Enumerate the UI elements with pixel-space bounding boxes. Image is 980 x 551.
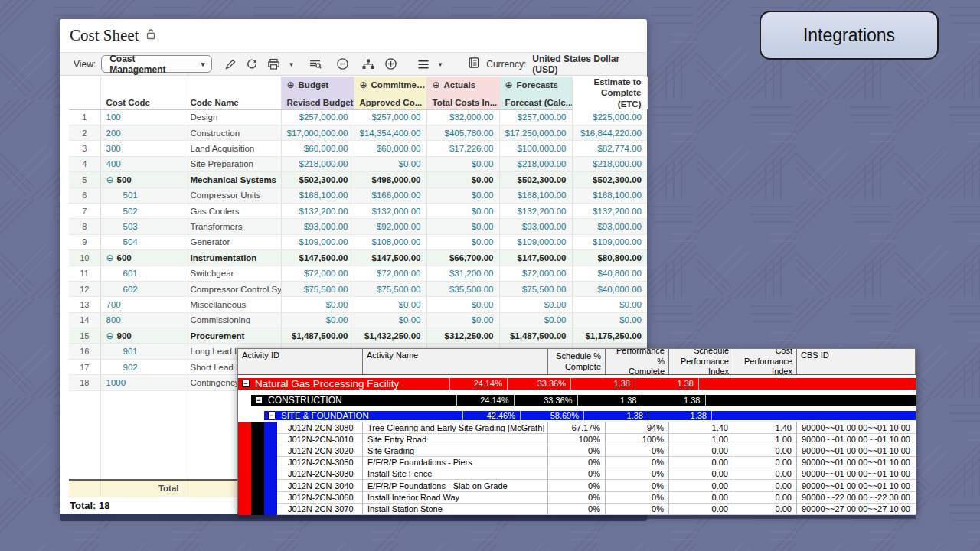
activity-id-cell[interactable]: J012N-2CN-3050 (277, 457, 363, 468)
cost-value-cell[interactable]: $17,226.00 (426, 141, 499, 156)
activity-cbs-cell[interactable]: 90000~~01 00 00~~01 10 00 (797, 457, 916, 468)
cost-value-cell[interactable]: $132,200.00 (499, 203, 572, 218)
activity-value-cell[interactable]: 100% (606, 434, 669, 445)
cost-value-cell[interactable]: $0.00 (354, 156, 426, 171)
cost-code-cell[interactable]: 400 (100, 156, 185, 171)
cost-value-cell[interactable]: $1,432,250.00 (354, 328, 426, 344)
cost-value-cell[interactable]: $100,000.00 (499, 141, 572, 156)
cost-value-cell[interactable]: $35,500.00 (426, 281, 499, 296)
cost-value-cell[interactable]: $132,000.00 (354, 203, 426, 218)
wbs-group-row[interactable]: −CONSTRUCTION24.14%33.36%1.381.38 (238, 392, 916, 408)
cost-value-cell[interactable]: $132,200.00 (572, 203, 647, 218)
activity-value-cell[interactable]: 0.00 (733, 457, 797, 468)
activity-value-cell[interactable]: 0.00 (733, 468, 797, 480)
activity-cbs-cell[interactable]: 90000~~01 00 00~~01 10 00 (797, 434, 916, 445)
code-name-cell[interactable]: Construction (185, 126, 281, 141)
cost-value-cell[interactable]: $168,100.00 (499, 187, 572, 203)
activity-value-cell[interactable]: 0% (606, 445, 669, 457)
collapse-row-icon[interactable]: ⊖ (106, 331, 114, 341)
code-name-cell[interactable]: Gas Coolers (185, 203, 281, 218)
cost-code-cell[interactable]: 1000 (100, 375, 185, 390)
collapse-all-button[interactable] (332, 55, 354, 73)
activity-value-cell[interactable]: 0.00 (669, 457, 733, 468)
code-name-cell[interactable]: Site Preparation (185, 156, 281, 171)
cost-value-cell[interactable]: $17,000,000.00 (281, 126, 354, 141)
cost-code-cell[interactable]: 300 (100, 141, 185, 156)
cost-value-cell[interactable]: $218,000.00 (281, 156, 354, 171)
column-group-commitments[interactable]: ⊕Commitme… (354, 77, 426, 93)
cost-value-cell[interactable]: $1,487,500.00 (499, 328, 572, 344)
cost-value-cell[interactable]: $40,000.00 (572, 281, 647, 296)
expand-all-button[interactable] (380, 55, 402, 73)
wbs-group-row[interactable]: −SITE & FOUNDATION42.46%58.69%1.381.38 (238, 408, 916, 422)
cost-value-cell[interactable]: $72,000.00 (499, 266, 572, 281)
cost-value-cell[interactable]: $60,000.00 (354, 141, 426, 156)
cost-value-cell[interactable]: $0.00 (354, 297, 426, 312)
activity-value-cell[interactable]: 0.00 (733, 504, 797, 515)
cost-code-cell[interactable]: 601 (100, 266, 185, 281)
cost-value-cell[interactable]: $218,000.00 (572, 156, 647, 171)
cost-value-cell[interactable]: $75,500.00 (354, 281, 426, 296)
activity-value-cell[interactable]: 100% (548, 434, 606, 445)
cost-value-cell[interactable]: $66,700.00 (426, 250, 499, 266)
activity-value-cell[interactable]: 0% (606, 504, 669, 515)
activity-id-cell[interactable]: J012N-2CN-3070 (277, 504, 363, 515)
cost-value-cell[interactable]: $502,300.00 (281, 172, 354, 187)
cost-code-cell[interactable]: ⊖500 (100, 172, 185, 187)
cost-value-cell[interactable]: $80,800.00 (572, 250, 647, 266)
cost-code-cell[interactable]: 200 (100, 126, 185, 141)
code-name-cell[interactable]: Compressor Control Sy... (185, 281, 281, 296)
code-name-cell[interactable]: Switchgear (185, 266, 281, 281)
cost-value-cell[interactable]: $75,500.00 (281, 281, 354, 296)
code-name-cell[interactable]: Land Acquisition (185, 141, 281, 156)
cost-row[interactable]: 9504Generator$109,000.00$108,000.00$0.00… (69, 234, 647, 249)
cost-value-cell[interactable]: $109,000.00 (499, 234, 572, 249)
activity-row[interactable]: J012N-2CN-3010Site Entry Road100%100%1.0… (238, 434, 916, 445)
cost-value-cell[interactable]: $147,500.00 (281, 250, 354, 266)
collapse-row-icon[interactable]: ⊖ (106, 174, 114, 185)
cost-value-cell[interactable]: $218,000.00 (499, 156, 572, 171)
cost-value-cell[interactable]: $93,000.00 (499, 219, 572, 234)
cost-row[interactable]: 15⊖900Procurement$1,487,500.00$1,432,250… (69, 328, 647, 344)
cost-value-cell[interactable]: $498,000.00 (354, 172, 426, 187)
cost-row[interactable]: 5⊖500Mechanical Systems$502,300.00$498,0… (69, 172, 647, 187)
cost-value-cell[interactable]: $405,780.00 (426, 126, 499, 141)
cost-value-cell[interactable]: $0.00 (281, 312, 354, 328)
code-name-cell[interactable]: Commissioning (185, 312, 281, 328)
cost-value-cell[interactable]: $502,300.00 (572, 172, 647, 187)
cost-row[interactable]: 14800Commissioning$0.00$0.00$0.00$0.00$0… (69, 312, 647, 328)
cost-code-cell[interactable]: ⊖600 (100, 250, 185, 266)
column-header-approved[interactable]: Approved Co... (354, 93, 426, 110)
activity-value-cell[interactable]: 0.00 (669, 504, 733, 515)
cost-value-cell[interactable]: $92,000.00 (354, 219, 426, 234)
column-header-revised-budget[interactable]: Revised Budget (281, 93, 354, 110)
activity-name-cell[interactable]: Site Entry Road (363, 434, 548, 445)
cost-code-cell[interactable]: 901 (100, 344, 185, 359)
cost-row[interactable]: 1100Design$257,000.00$257,000.00$32,000.… (69, 109, 647, 125)
cost-value-cell[interactable]: $312,250.00 (426, 328, 499, 344)
hierarchy-icon[interactable] (357, 56, 380, 73)
cost-value-cell[interactable]: $0.00 (426, 312, 499, 328)
activity-id-cell[interactable]: J012N-2CN-3080 (277, 422, 363, 434)
cost-code-cell[interactable]: 700 (100, 297, 185, 312)
activity-value-cell[interactable]: 0% (548, 480, 606, 491)
cost-value-cell[interactable]: $225,000.00 (572, 109, 647, 125)
activity-row[interactable]: J012N-2CN-3030Install Site Fence0%0%0.00… (238, 468, 916, 480)
cost-value-cell[interactable]: $0.00 (426, 234, 499, 249)
activity-cbs-cell[interactable]: 90000~~01 00 00~~01 10 00 (797, 468, 916, 480)
cost-row[interactable]: 7502Gas Coolers$132,200.00$132,000.00$0.… (69, 203, 647, 218)
activity-row[interactable]: J012N-2CN-3020Site Grading0%0%0.000.0090… (238, 445, 916, 457)
cost-value-cell[interactable]: $60,000.00 (281, 141, 354, 156)
activity-name-cell[interactable]: Install Site Fence (363, 468, 548, 480)
cost-row[interactable]: 11601Switchgear$72,000.00$72,000.00$31,2… (69, 266, 647, 281)
cost-value-cell[interactable]: $257,000.00 (281, 109, 354, 125)
menu-button[interactable] (413, 57, 434, 72)
cost-value-cell[interactable]: $0.00 (281, 297, 354, 312)
activity-row[interactable]: J012N-2CN-3080Tree Clearing and Early Si… (238, 422, 916, 434)
column-header-performance-pct[interactable]: Performance % Complete (606, 349, 669, 374)
cost-value-cell[interactable]: $168,100.00 (572, 187, 647, 203)
cost-code-cell[interactable]: ⊖900 (100, 328, 185, 344)
activity-value-cell[interactable]: 1.40 (733, 422, 797, 434)
activity-value-cell[interactable]: 0% (548, 457, 606, 468)
activity-value-cell[interactable]: 0.00 (733, 445, 797, 457)
